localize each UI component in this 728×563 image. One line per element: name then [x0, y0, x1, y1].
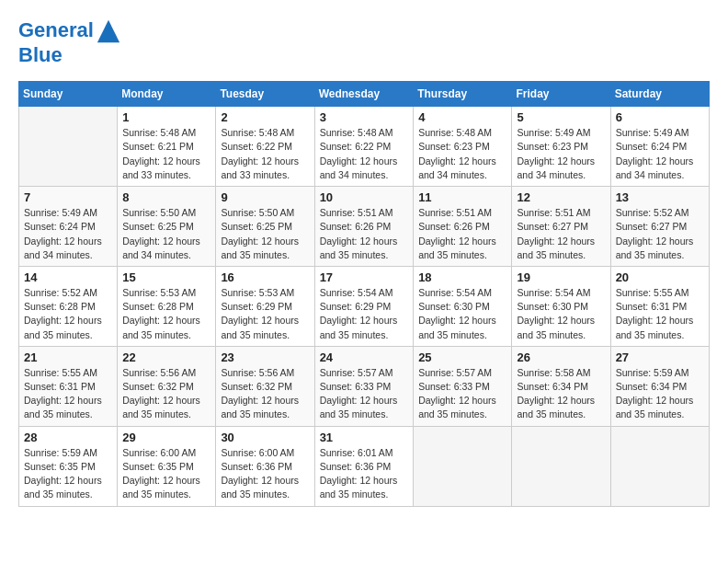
day-number: 25 [418, 350, 506, 364]
day-number: 21 [24, 350, 112, 364]
day-info: Sunrise: 6:00 AMSunset: 6:35 PMDaylight:… [122, 446, 210, 502]
calendar-cell: 7Sunrise: 5:49 AMSunset: 6:24 PMDaylight… [19, 187, 118, 267]
calendar-cell: 29Sunrise: 6:00 AMSunset: 6:35 PMDayligh… [118, 426, 216, 506]
calendar-cell: 23Sunrise: 5:56 AMSunset: 6:32 PMDayligh… [216, 346, 314, 426]
day-number: 4 [418, 110, 506, 124]
calendar-cell: 13Sunrise: 5:52 AMSunset: 6:27 PMDayligh… [610, 187, 709, 267]
logo-icon [96, 18, 121, 44]
day-number: 24 [320, 350, 409, 364]
calendar-cell [414, 426, 512, 506]
day-info: Sunrise: 6:01 AMSunset: 6:36 PMDaylight:… [320, 446, 409, 502]
weekday-header-wednesday: Wednesday [314, 82, 414, 107]
calendar-cell [610, 426, 709, 506]
weekday-header-saturday: Saturday [610, 82, 709, 107]
day-number: 18 [418, 270, 506, 284]
calendar-cell: 31Sunrise: 6:01 AMSunset: 6:36 PMDayligh… [314, 426, 414, 506]
day-number: 17 [320, 270, 409, 284]
day-info: Sunrise: 5:57 AMSunset: 6:33 PMDaylight:… [418, 366, 506, 422]
weekday-header-friday: Friday [512, 82, 610, 107]
day-number: 14 [24, 270, 112, 284]
calendar-cell: 27Sunrise: 5:59 AMSunset: 6:34 PMDayligh… [610, 346, 709, 426]
day-number: 22 [122, 350, 210, 364]
calendar-cell: 18Sunrise: 5:54 AMSunset: 6:30 PMDayligh… [414, 266, 512, 346]
weekday-header-monday: Monday [118, 82, 216, 107]
day-info: Sunrise: 5:48 AMSunset: 6:22 PMDaylight:… [320, 126, 409, 182]
day-number: 16 [221, 270, 309, 284]
day-info: Sunrise: 5:48 AMSunset: 6:21 PMDaylight:… [122, 126, 210, 182]
calendar-cell [19, 107, 118, 187]
day-info: Sunrise: 5:51 AMSunset: 6:26 PMDaylight:… [418, 206, 506, 262]
day-number: 26 [517, 350, 605, 364]
logo-text: GeneralBlue [18, 18, 121, 66]
calendar-cell: 25Sunrise: 5:57 AMSunset: 6:33 PMDayligh… [414, 346, 512, 426]
day-number: 9 [221, 190, 309, 204]
calendar-cell: 26Sunrise: 5:58 AMSunset: 6:34 PMDayligh… [512, 346, 610, 426]
weekday-header-tuesday: Tuesday [216, 82, 314, 107]
calendar-cell: 1Sunrise: 5:48 AMSunset: 6:21 PMDaylight… [118, 107, 216, 187]
calendar-table: SundayMondayTuesdayWednesdayThursdayFrid… [18, 81, 710, 506]
day-info: Sunrise: 5:48 AMSunset: 6:22 PMDaylight:… [221, 126, 309, 182]
day-number: 8 [122, 190, 210, 204]
day-info: Sunrise: 5:48 AMSunset: 6:23 PMDaylight:… [418, 126, 506, 182]
calendar-cell: 6Sunrise: 5:49 AMSunset: 6:24 PMDaylight… [610, 107, 709, 187]
day-number: 7 [24, 190, 112, 204]
calendar-cell: 5Sunrise: 5:49 AMSunset: 6:23 PMDaylight… [512, 107, 610, 187]
day-info: Sunrise: 5:57 AMSunset: 6:33 PMDaylight:… [320, 366, 409, 422]
calendar-cell: 3Sunrise: 5:48 AMSunset: 6:22 PMDaylight… [314, 107, 414, 187]
calendar-cell: 14Sunrise: 5:52 AMSunset: 6:28 PMDayligh… [19, 266, 118, 346]
day-info: Sunrise: 5:50 AMSunset: 6:25 PMDaylight:… [221, 206, 309, 262]
calendar-cell [512, 426, 610, 506]
day-number: 10 [320, 190, 409, 204]
svg-marker-0 [97, 20, 119, 42]
day-info: Sunrise: 5:54 AMSunset: 6:30 PMDaylight:… [517, 286, 605, 342]
day-number: 20 [616, 270, 704, 284]
day-info: Sunrise: 5:49 AMSunset: 6:24 PMDaylight:… [616, 126, 704, 182]
day-number: 23 [221, 350, 309, 364]
day-number: 30 [221, 431, 309, 444]
day-info: Sunrise: 5:54 AMSunset: 6:30 PMDaylight:… [418, 286, 506, 342]
day-info: Sunrise: 5:49 AMSunset: 6:24 PMDaylight:… [24, 206, 112, 262]
calendar-cell: 10Sunrise: 5:51 AMSunset: 6:26 PMDayligh… [314, 187, 414, 267]
weekday-header-thursday: Thursday [414, 82, 512, 107]
day-info: Sunrise: 5:52 AMSunset: 6:28 PMDaylight:… [24, 286, 112, 342]
day-info: Sunrise: 5:53 AMSunset: 6:28 PMDaylight:… [122, 286, 210, 342]
day-info: Sunrise: 6:00 AMSunset: 6:36 PMDaylight:… [221, 446, 309, 502]
calendar-cell: 2Sunrise: 5:48 AMSunset: 6:22 PMDaylight… [216, 107, 314, 187]
calendar-cell: 22Sunrise: 5:56 AMSunset: 6:32 PMDayligh… [118, 346, 216, 426]
calendar-cell: 9Sunrise: 5:50 AMSunset: 6:25 PMDaylight… [216, 187, 314, 267]
day-number: 6 [616, 110, 704, 124]
day-info: Sunrise: 5:50 AMSunset: 6:25 PMDaylight:… [122, 206, 210, 262]
day-info: Sunrise: 5:56 AMSunset: 6:32 PMDaylight:… [122, 366, 210, 422]
day-number: 12 [517, 190, 605, 204]
day-number: 1 [122, 110, 210, 124]
day-info: Sunrise: 5:52 AMSunset: 6:27 PMDaylight:… [616, 206, 704, 262]
logo: GeneralBlue [18, 18, 121, 66]
calendar-cell: 16Sunrise: 5:53 AMSunset: 6:29 PMDayligh… [216, 266, 314, 346]
calendar-cell: 30Sunrise: 6:00 AMSunset: 6:36 PMDayligh… [216, 426, 314, 506]
day-number: 11 [418, 190, 506, 204]
calendar-cell: 17Sunrise: 5:54 AMSunset: 6:29 PMDayligh… [314, 266, 414, 346]
day-number: 15 [122, 270, 210, 284]
page-header: GeneralBlue [18, 18, 710, 66]
day-number: 19 [517, 270, 605, 284]
calendar-cell: 12Sunrise: 5:51 AMSunset: 6:27 PMDayligh… [512, 187, 610, 267]
day-info: Sunrise: 5:59 AMSunset: 6:35 PMDaylight:… [24, 446, 112, 502]
day-info: Sunrise: 5:56 AMSunset: 6:32 PMDaylight:… [221, 366, 309, 422]
weekday-header-sunday: Sunday [19, 82, 118, 107]
day-number: 27 [616, 350, 704, 364]
day-info: Sunrise: 5:51 AMSunset: 6:27 PMDaylight:… [517, 206, 605, 262]
calendar-cell: 20Sunrise: 5:55 AMSunset: 6:31 PMDayligh… [610, 266, 709, 346]
day-info: Sunrise: 5:49 AMSunset: 6:23 PMDaylight:… [517, 126, 605, 182]
calendar-cell: 21Sunrise: 5:55 AMSunset: 6:31 PMDayligh… [19, 346, 118, 426]
calendar-cell: 4Sunrise: 5:48 AMSunset: 6:23 PMDaylight… [414, 107, 512, 187]
day-info: Sunrise: 5:51 AMSunset: 6:26 PMDaylight:… [320, 206, 409, 262]
day-info: Sunrise: 5:55 AMSunset: 6:31 PMDaylight:… [616, 286, 704, 342]
calendar-cell: 19Sunrise: 5:54 AMSunset: 6:30 PMDayligh… [512, 266, 610, 346]
day-info: Sunrise: 5:58 AMSunset: 6:34 PMDaylight:… [517, 366, 605, 422]
day-number: 31 [320, 431, 409, 444]
day-info: Sunrise: 5:55 AMSunset: 6:31 PMDaylight:… [24, 366, 112, 422]
calendar-cell: 11Sunrise: 5:51 AMSunset: 6:26 PMDayligh… [414, 187, 512, 267]
day-number: 5 [517, 110, 605, 124]
calendar-cell: 8Sunrise: 5:50 AMSunset: 6:25 PMDaylight… [118, 187, 216, 267]
day-info: Sunrise: 5:59 AMSunset: 6:34 PMDaylight:… [616, 366, 704, 422]
